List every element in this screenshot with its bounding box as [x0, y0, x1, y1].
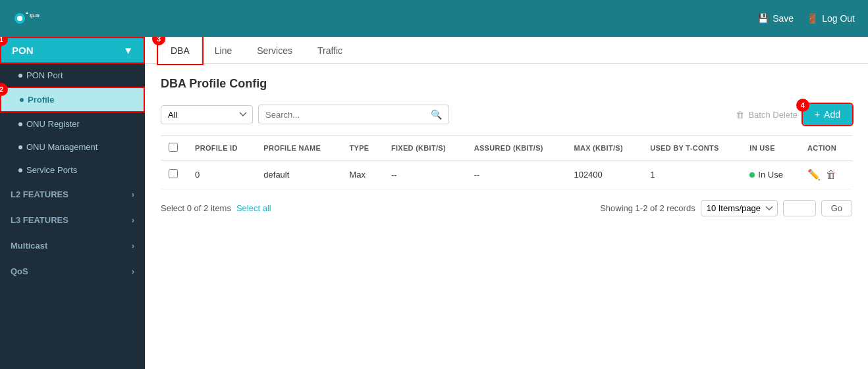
sidebar-multicast[interactable]: Multicast ›	[0, 233, 145, 258]
table-row: 0 default Max -- -- 102400 1 In Use	[161, 160, 852, 189]
dot-icon	[20, 98, 24, 102]
go-button[interactable]: Go	[821, 200, 852, 216]
tab-label: Traffic	[317, 45, 342, 56]
col-action: ACTION	[800, 136, 852, 160]
filter-container: All	[161, 105, 253, 124]
sidebar-item-pon-port[interactable]: PON Port	[0, 64, 145, 87]
table-footer: Select 0 of 2 items Select all Showing 1…	[161, 200, 852, 216]
logout-button[interactable]: 🚪 Log Out	[807, 13, 855, 24]
logout-icon: 🚪	[807, 13, 818, 24]
col-assured: ASSURED (KBIT/S)	[466, 136, 566, 160]
tp-link-logo: tp-link	[13, 7, 40, 30]
col-profile-name: PROFILE NAME	[256, 136, 341, 160]
sidebar-item-profile[interactable]: 2 Profile	[0, 87, 145, 112]
col-in-use: IN USE	[742, 136, 800, 160]
cell-profile-name: default	[256, 160, 341, 189]
per-page-container: 10 Items/page 20 Items/page 50 Items/pag…	[701, 200, 778, 216]
toolbar-right: 🗑 Batch Delete 4 + Add	[736, 104, 852, 125]
pon-section-header[interactable]: 1 PON ▼	[0, 37, 145, 64]
filter-select[interactable]: All	[161, 105, 253, 124]
search-box[interactable]: 🔍	[258, 105, 449, 124]
toolbar-left: All 🔍	[161, 105, 449, 124]
row-checkbox-cell	[161, 160, 187, 189]
col-type: TYPE	[341, 136, 383, 160]
save-button[interactable]: 💾 Save	[757, 13, 794, 24]
tab-bar: 3 DBA Line Services Traffic	[145, 37, 868, 64]
plus-icon: +	[815, 109, 820, 120]
sidebar-item-onu-register[interactable]: ONU Register	[0, 112, 145, 135]
page-number-input[interactable]	[783, 200, 816, 216]
sidebar-item-label: Profile	[28, 95, 54, 105]
col-profile-id: PROFILE ID	[187, 136, 256, 160]
sidebar-item-onu-management[interactable]: ONU Management	[0, 135, 145, 159]
cell-action: ✏️ 🗑	[800, 160, 852, 189]
batch-delete-button[interactable]: 🗑 Batch Delete	[736, 110, 797, 120]
l3-features-label: L3 FEATURES	[11, 215, 68, 225]
page-body: DBA Profile Config All 🔍	[145, 64, 868, 230]
dot-icon	[18, 145, 22, 149]
svg-text:tp-link: tp-link	[30, 13, 40, 18]
sidebar-l3-features[interactable]: L3 FEATURES ›	[0, 207, 145, 233]
sidebar-item-label: PON Port	[26, 70, 63, 80]
showing-label: Showing 1-2 of 2 records	[600, 203, 695, 213]
add-label: Add	[824, 109, 840, 120]
tab-label: Line	[215, 45, 232, 56]
col-fixed: FIXED (KBIT/S)	[383, 136, 466, 160]
select-all-link[interactable]: Select all	[236, 203, 271, 213]
in-use-dot	[749, 172, 755, 178]
add-button[interactable]: 4 + Add	[803, 104, 852, 125]
step-badge-3: 3	[152, 37, 165, 45]
topbar-actions: 💾 Save 🚪 Log Out	[757, 13, 855, 24]
l2-features-label: L2 FEATURES	[11, 189, 68, 199]
delete-row-button[interactable]: 🗑	[826, 169, 836, 181]
svg-rect-2	[26, 12, 28, 14]
sidebar-qos[interactable]: QoS ›	[0, 258, 145, 284]
content-area: 3 DBA Line Services Traffic DBA Profile …	[145, 37, 868, 369]
dot-icon	[18, 122, 22, 126]
logo-area: tp-link	[13, 7, 40, 30]
select-all-checkbox[interactable]	[169, 143, 178, 152]
cell-in-use: In Use	[742, 160, 800, 189]
cell-fixed: --	[383, 160, 466, 189]
chevron-right-icon: ›	[132, 190, 134, 199]
page-title: DBA Profile Config	[161, 77, 852, 91]
cell-used-by-tconts: 1	[642, 160, 742, 189]
tab-traffic[interactable]: Traffic	[305, 37, 355, 64]
chevron-right-icon: ›	[132, 267, 134, 276]
sidebar-item-label: ONU Management	[26, 142, 97, 152]
chevron-down-icon: ▼	[123, 45, 133, 56]
row-checkbox[interactable]	[169, 169, 178, 178]
step-badge-1: 1	[0, 37, 8, 46]
sidebar-item-service-ports[interactable]: Service Ports	[0, 159, 145, 182]
chevron-right-icon: ›	[132, 216, 134, 225]
col-max: MAX (KBIT/S)	[566, 136, 642, 160]
in-use-badge: In Use	[749, 170, 792, 180]
in-use-label: In Use	[758, 170, 783, 180]
footer-right: Showing 1-2 of 2 records 10 Items/page 2…	[600, 200, 852, 216]
sidebar-item-label: Service Ports	[26, 165, 77, 175]
svg-point-1	[17, 16, 22, 21]
chevron-right-icon: ›	[132, 241, 134, 251]
select-count-label: Select 0 of 2 items	[161, 203, 231, 213]
per-page-select[interactable]: 10 Items/page 20 Items/page 50 Items/pag…	[701, 200, 778, 216]
qos-label: QoS	[11, 266, 28, 276]
cell-type: Max	[341, 160, 383, 189]
tab-dba[interactable]: 3 DBA	[158, 37, 202, 64]
edit-button[interactable]: ✏️	[807, 168, 821, 181]
dot-icon	[18, 168, 22, 172]
tab-line[interactable]: Line	[202, 37, 244, 64]
trash-icon: 🗑	[736, 110, 744, 120]
batch-delete-label: Batch Delete	[748, 110, 797, 120]
topbar: tp-link 💾 Save 🚪 Log Out	[0, 0, 868, 37]
tab-services[interactable]: Services	[244, 37, 305, 64]
step-badge-4: 4	[796, 99, 809, 112]
sidebar-l2-features[interactable]: L2 FEATURES ›	[0, 182, 145, 207]
tab-label: DBA	[171, 45, 190, 56]
logout-label: Log Out	[822, 13, 855, 24]
action-buttons: ✏️ 🗑	[807, 168, 844, 181]
search-icon: 🔍	[431, 109, 442, 120]
pon-group: 1 PON ▼ PON Port 2 Profile ONU Register …	[0, 37, 145, 182]
search-input[interactable]	[265, 110, 427, 120]
tab-label: Services	[257, 45, 292, 56]
sidebar-item-label: ONU Register	[26, 119, 80, 129]
